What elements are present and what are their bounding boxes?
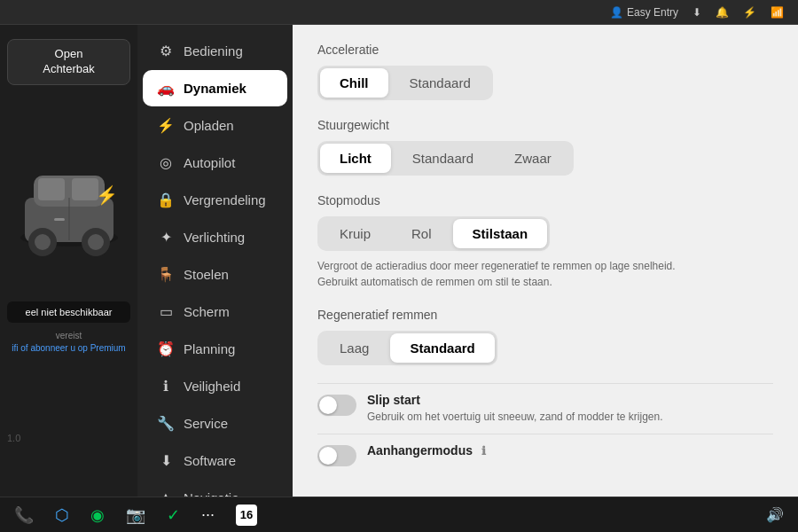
stopmodus-description: Vergroot de actieradius door meer regene… [317,258,690,290]
vergrendeling-icon: 🔒 [157,192,175,208]
easy-entry-label: 👤 Easy Entry [610,6,678,19]
stuurgewicht-zwaar-button[interactable]: Zwaar [495,144,571,173]
stopmodus-stilstaan-button[interactable]: Stilstaan [453,219,548,248]
sidebar-item-verlichting[interactable]: ✦ Verlichting [143,219,287,255]
slip-start-row: Slip start Gebruik om het voertuig uit s… [317,383,773,434]
aanhangermodus-content: Aanhangermodus ℹ [367,443,773,460]
acceleratie-btn-group: Chill Standaard [317,66,493,100]
slip-start-title: Slip start [367,393,773,407]
aanhangermodus-toggle[interactable] [317,445,356,466]
acceleratie-standaard-button[interactable]: Standaard [390,68,490,98]
bediening-icon: ⚙ [157,43,175,59]
main-layout: Open Achterbak ⚡ [0,25,798,497]
taskbar: 📞 ⬡ ◉ 📷 ✓ ··· 16 🔊 [0,497,798,532]
stuurgewicht-btn-group: Licht Standaard Zwaar [317,141,574,176]
checkmark-icon[interactable]: ✓ [167,505,180,525]
stuurgewicht-section: Stuurgewicht Licht Standaard Zwaar [317,118,773,176]
veiligheid-icon: ℹ [157,378,175,395]
aanhangermodus-knob [319,447,337,465]
sidebar-item-planning[interactable]: ⏰ Planning [143,331,287,367]
version-text: 1.0 [7,433,20,443]
charging-icon: ⚡ [96,184,118,206]
aanhangermodus-info-icon[interactable]: ℹ [481,444,486,458]
sidebar-item-veiligheid[interactable]: ℹ Veiligheid [143,368,287,404]
regeneratief-laag-button[interactable]: Laag [320,333,388,363]
sidebar-item-scherm[interactable]: ▭ Scherm [143,293,287,330]
sidebar-item-navigatie[interactable]: ▲ Navigatie [143,480,287,497]
premium-text: vereist ifi of abonneer u op Premium [12,330,125,355]
slip-start-description: Gebruik om het voertuig uit sneeuw, zand… [367,410,773,425]
calendar-date[interactable]: 16 [236,505,257,526]
scherm-icon: ▭ [157,303,175,320]
verlichting-icon: ✦ [157,229,175,246]
aanhangermodus-row: Aanhangermodus ℹ [317,434,773,475]
stuurgewicht-title: Stuurgewicht [317,118,773,132]
top-bar: 👤 Easy Entry ⬇ 🔔 ⚡ 📶 [0,0,798,25]
sidebar-item-service[interactable]: 🔧 Service [143,405,287,442]
sidebar-item-stoelen[interactable]: 🪑 Stoelen [143,256,287,293]
bell-icon[interactable]: 🔔 [716,6,729,19]
svg-rect-4 [72,178,98,200]
sidebar-nav: ⚙ Bediening 🚗 Dynamiek ⚡ Opladen ◎ Autop… [137,25,293,497]
dynamiek-icon: 🚗 [157,80,175,97]
svg-point-6 [35,234,51,250]
content-area: Acceleratie Chill Standaard Stuurgewicht… [293,25,798,497]
car-panel: Open Achterbak ⚡ [0,25,137,497]
opladen-icon: ⚡ [157,117,175,134]
sidebar-item-software[interactable]: ⬇ Software [143,442,287,479]
volume-icon[interactable]: 🔊 [766,506,784,523]
sidebar-item-opladen[interactable]: ⚡ Opladen [143,107,287,144]
slip-start-toggle[interactable] [317,395,356,416]
stopmodus-rol-button[interactable]: Rol [392,219,451,248]
software-icon: ⬇ [157,452,175,469]
acceleratie-chill-button[interactable]: Chill [320,68,388,98]
svg-point-8 [88,234,104,250]
files-icon[interactable]: 📷 [126,505,145,525]
regeneratief-section: Regeneratief remmen Laag Standaard [317,308,773,365]
premium-link[interactable]: ifi of abonneer u op Premium [12,343,125,353]
wifi-icon[interactable]: 📶 [771,6,784,19]
stopmodus-section: Stopmodus Kruip Rol Stilstaan Vergroot d… [317,193,773,290]
stopmodus-title: Stopmodus [317,193,773,207]
svg-rect-3 [38,178,65,200]
regeneratief-btn-group: Laag Standaard [317,331,497,365]
regeneratief-standaard-button[interactable]: Standaard [390,333,494,363]
stopmodus-btn-group: Kruip Rol Stilstaan [317,216,550,251]
stoelen-icon: 🪑 [157,266,175,283]
navigatie-icon: ▲ [157,489,175,497]
sidebar-item-vergrendeling[interactable]: 🔒 Vergrendeling [143,182,287,218]
sidebar-item-dynamiek[interactable]: 🚗 Dynamiek [143,70,287,106]
bluetooth-status-icon[interactable]: ⚡ [743,6,756,19]
slip-start-knob [319,396,337,414]
service-icon: 🔧 [157,415,175,432]
acceleratie-title: Acceleratie [317,43,773,57]
bluetooth-icon[interactable]: ⬡ [55,505,69,525]
planning-icon: ⏰ [157,340,175,357]
person-icon: 👤 [610,6,623,19]
aanhangermodus-title: Aanhangermodus ℹ [367,443,773,458]
stuurgewicht-standaard-button[interactable]: Standaard [393,144,493,173]
open-trunk-button[interactable]: Open Achterbak [7,39,130,85]
more-icon[interactable]: ··· [201,505,215,524]
stuurgewicht-licht-button[interactable]: Licht [320,144,391,173]
phone-icon[interactable]: 📞 [14,505,34,525]
slip-start-content: Slip start Gebruik om het voertuig uit s… [367,393,773,425]
svg-rect-10 [54,218,65,221]
stopmodus-kruip-button[interactable]: Kruip [320,219,390,248]
acceleratie-section: Acceleratie Chill Standaard [317,43,773,100]
car-image: ⚡ [12,113,127,291]
regeneratief-title: Regeneratief remmen [317,308,773,322]
sidebar-item-bediening[interactable]: ⚙ Bediening [143,33,287,69]
autopilot-icon: ◎ [157,154,175,171]
sidebar-item-autopilot[interactable]: ◎ Autopilot [143,145,287,181]
unavailable-banner: eel niet beschikbaar [7,301,130,323]
download-icon[interactable]: ⬇ [692,6,701,19]
spotify-icon[interactable]: ◉ [90,505,105,525]
